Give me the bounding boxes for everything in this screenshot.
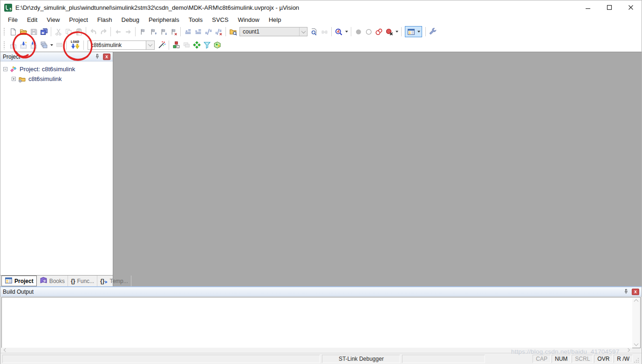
close-panel-icon[interactable]: x (632, 289, 639, 295)
window-title: E:\Dr\zdy_simulink_plus\windtunnel\simul… (15, 4, 299, 11)
cut-icon[interactable] (53, 27, 63, 37)
menu-peripherals[interactable]: Peripherals (144, 15, 184, 24)
views-button[interactable] (405, 26, 422, 37)
menu-file[interactable]: File (3, 15, 22, 24)
redo-icon[interactable] (98, 27, 109, 37)
tab-label: Func... (77, 278, 94, 284)
template-arrow-icon (105, 281, 108, 283)
maximize-button[interactable] (599, 0, 620, 14)
svg-text:d: d (337, 29, 339, 34)
expand-icon[interactable] (12, 77, 16, 81)
build-icon[interactable] (18, 40, 28, 50)
bookmark-clear-icon[interactable] (168, 27, 178, 37)
status-indicator-rw: R /W (614, 355, 633, 363)
menu-flash[interactable]: Flash (93, 15, 117, 24)
load-label: LOAD (71, 40, 79, 44)
select-packs-icon[interactable] (202, 40, 212, 50)
scroll-left-icon[interactable] (4, 348, 7, 352)
toolbar-separator (225, 27, 226, 36)
menu-edit[interactable]: Edit (22, 15, 42, 24)
tab-books[interactable]: Books (37, 276, 68, 286)
tab-func[interactable]: {}Func... (68, 276, 97, 286)
dropdown-caret-icon[interactable] (416, 27, 421, 37)
comment-icon[interactable] (203, 27, 213, 37)
menu-project[interactable]: Project (64, 15, 92, 24)
tab-project[interactable]: Project (1, 276, 37, 286)
horizontal-scrollbar[interactable] (1, 348, 632, 352)
svg-text:5: 5 (9, 7, 11, 11)
options-for-target-icon[interactable] (157, 40, 167, 50)
rebuild-icon[interactable] (28, 40, 39, 50)
save-icon[interactable] (28, 27, 39, 37)
pin-icon[interactable] (623, 289, 629, 295)
dropdown-caret-icon[interactable] (344, 27, 349, 37)
target-select[interactable]: c8t6simulink (88, 40, 146, 50)
navigate-back-icon[interactable] (113, 27, 123, 37)
stop-build-icon[interactable] (54, 40, 64, 50)
resize-grip[interactable] (634, 355, 640, 363)
save-all-icon[interactable] (39, 27, 49, 37)
dropdown-caret-icon[interactable] (49, 40, 54, 50)
navigate-forward-icon[interactable] (123, 27, 133, 37)
incremental-find-icon[interactable] (319, 27, 329, 37)
status-section-empty (402, 355, 485, 363)
toolbar-grip[interactable] (3, 41, 6, 49)
copy-icon[interactable] (63, 27, 74, 37)
indent-icon[interactable] (193, 27, 203, 37)
collapse-icon[interactable] (3, 67, 7, 71)
status-indicator-cap: CAP (533, 355, 551, 363)
editor-area[interactable] (114, 52, 642, 286)
breakpoint-kill-all-icon[interactable] (384, 27, 394, 37)
manage-rte-icon[interactable] (191, 40, 202, 50)
status-indicator-ovr: OVR (594, 355, 613, 363)
minimize-button[interactable] (577, 0, 599, 14)
scroll-down-icon[interactable] (634, 342, 638, 346)
menu-view[interactable]: View (42, 15, 64, 24)
load-button[interactable]: LOAD (68, 39, 82, 51)
menu-svcs[interactable]: SVCS (207, 15, 233, 24)
bookmark-prev-icon[interactable] (148, 27, 158, 37)
bookmark-icon[interactable] (137, 27, 148, 37)
debug-session-icon[interactable]: d (334, 27, 344, 37)
batch-build-icon[interactable] (39, 40, 49, 50)
find-in-files-icon[interactable] (228, 27, 238, 37)
bookmark-next-icon[interactable] (158, 27, 168, 37)
scroll-up-icon[interactable] (634, 299, 638, 304)
pack-installer-icon[interactable] (212, 40, 222, 50)
build-output-content[interactable] (1, 297, 641, 348)
translate-icon[interactable] (8, 40, 18, 50)
paste-icon[interactable] (74, 27, 84, 37)
tab-temp[interactable]: {}Temp... (97, 276, 131, 286)
pin-icon[interactable] (94, 54, 101, 60)
target-dropdown-icon[interactable] (146, 40, 155, 50)
multi-project-icon[interactable] (181, 40, 191, 50)
find-next-icon[interactable] (309, 27, 319, 37)
menu-debug[interactable]: Debug (117, 15, 144, 24)
open-file-icon[interactable] (18, 27, 28, 37)
unindent-icon[interactable] (183, 27, 193, 37)
close-panel-icon[interactable]: x (103, 54, 110, 60)
toolbar-separator (401, 27, 402, 36)
toolbar-grip[interactable] (3, 27, 6, 36)
tree-item-target-group[interactable]: c8t6simulink (1, 74, 112, 84)
menu-tools[interactable]: Tools (184, 15, 207, 24)
dropdown-caret-icon[interactable] (394, 27, 399, 37)
breakpoint-disable-all-icon[interactable] (374, 27, 384, 37)
new-file-icon[interactable] (8, 27, 18, 37)
manage-components-icon[interactable] (171, 40, 181, 50)
title-bar: 5 E:\Dr\zdy_simulink_plus\windtunnel\sim… (0, 0, 642, 14)
vertical-scrollbar[interactable] (632, 298, 640, 347)
search-dropdown-icon[interactable] (299, 27, 307, 36)
undo-icon[interactable] (88, 27, 98, 37)
uncomment-icon[interactable] (213, 27, 224, 37)
menu-window[interactable]: Window (233, 15, 264, 24)
close-button[interactable] (620, 0, 642, 14)
breakpoint-enable-icon[interactable] (363, 27, 374, 37)
search-input[interactable]: count1 (239, 27, 307, 36)
scroll-right-icon[interactable] (626, 348, 630, 352)
menu-help[interactable]: Help (264, 15, 286, 24)
toolbar-build: LOADc8t6simulink (0, 38, 642, 52)
configuration-icon[interactable] (428, 27, 438, 37)
breakpoint-icon[interactable] (353, 27, 363, 37)
tree-item-project-root[interactable]: Project: c8t6simulink (1, 64, 112, 74)
